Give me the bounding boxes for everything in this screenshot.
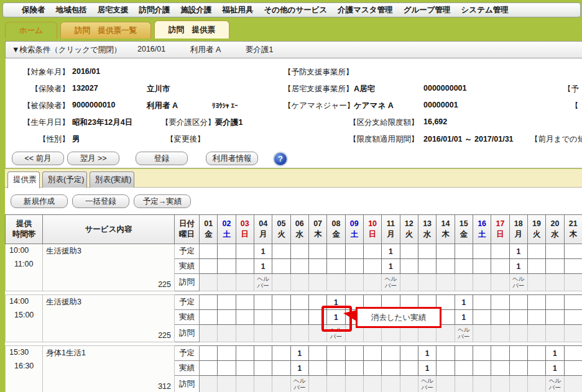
plan-cell-block-2-day-06[interactable]	[290, 295, 308, 310]
actual-cell-block-1-day-09[interactable]	[345, 259, 363, 274]
plan-cell-block-1-day-18[interactable]: 1	[509, 244, 527, 259]
visit-cell-block-3-day-15[interactable]	[455, 376, 473, 392]
plan-cell-block-1-day-05[interactable]	[272, 244, 290, 259]
visit-cell-block-3-day-06[interactable]: ヘルパー	[290, 376, 308, 392]
visit-cell-block-1-day-08[interactable]	[327, 274, 345, 291]
plan-cell-block-3-day-06[interactable]: 1	[290, 346, 308, 361]
actual-cell-block-3-day-19[interactable]	[527, 361, 545, 376]
tab-home[interactable]: ホーム	[5, 22, 57, 39]
plan-cell-block-3-day-10[interactable]	[363, 346, 381, 361]
search-condition-bar[interactable]: ▼検索条件（クリックで開閉） 2016/01 利用者 A 要介護1	[5, 41, 582, 58]
menu-item-4[interactable]: 訪問介護	[139, 5, 170, 16]
actual-cell-block-1-day-01[interactable]	[200, 259, 218, 274]
visit-cell-block-1-day-19[interactable]	[527, 274, 545, 291]
actual-cell-block-2-day-18[interactable]	[509, 310, 527, 325]
visit-cell-block-2-day-05[interactable]	[272, 325, 290, 342]
prev-month-button[interactable]: << 前月	[12, 152, 64, 165]
plan-cell-block-1-day-17[interactable]	[491, 244, 509, 259]
menu-item-6[interactable]: 福祉用具	[223, 5, 254, 16]
visit-cell-block-2-day-16[interactable]	[473, 325, 491, 342]
tab-visit-ticket[interactable]: 訪問 提供票	[154, 21, 229, 39]
actual-cell-block-1-day-16[interactable]	[473, 259, 491, 274]
visit-cell-block-3-day-18[interactable]	[509, 376, 527, 392]
visit-cell-block-1-day-02[interactable]	[218, 274, 236, 291]
visit-cell-block-3-day-03[interactable]	[236, 376, 254, 392]
actual-cell-block-3-day-21[interactable]	[564, 361, 582, 376]
plan-cell-block-3-day-03[interactable]	[236, 346, 254, 361]
visit-cell-block-1-day-05[interactable]	[272, 274, 290, 291]
plan-cell-block-1-day-19[interactable]	[527, 244, 545, 259]
actual-cell-block-3-day-08[interactable]	[327, 361, 345, 376]
plan-cell-block-3-day-02[interactable]	[218, 346, 236, 361]
visit-cell-block-1-day-09[interactable]	[345, 274, 363, 291]
plan-cell-block-1-day-15[interactable]	[455, 244, 473, 259]
actual-cell-block-1-day-07[interactable]	[308, 259, 326, 274]
visit-cell-block-3-day-02[interactable]	[218, 376, 236, 392]
plan-cell-block-3-day-01[interactable]	[200, 346, 218, 361]
plan-cell-block-1-day-20[interactable]	[546, 244, 564, 259]
plan-cell-block-3-day-15[interactable]	[455, 346, 473, 361]
visit-cell-block-3-day-09[interactable]	[345, 376, 363, 392]
plan-cell-block-3-day-05[interactable]	[272, 346, 290, 361]
visit-cell-block-1-day-15[interactable]	[455, 274, 473, 291]
actual-cell-block-1-day-14[interactable]	[436, 259, 455, 274]
plan-cell-block-2-day-04[interactable]	[254, 295, 272, 310]
actual-cell-block-3-day-03[interactable]	[236, 361, 254, 376]
actual-cell-block-2-day-04[interactable]	[254, 310, 272, 325]
actual-cell-block-3-day-14[interactable]	[436, 361, 455, 376]
visit-cell-block-2-day-18[interactable]	[509, 325, 527, 342]
actual-cell-block-3-day-12[interactable]	[400, 361, 418, 376]
visit-cell-block-2-day-02[interactable]	[218, 325, 236, 342]
visit-cell-block-2-day-15[interactable]: ヘルパー	[455, 325, 473, 342]
actual-cell-block-2-day-01[interactable]	[200, 310, 218, 325]
plan-cell-block-3-day-11[interactable]	[382, 346, 400, 361]
plan-cell-block-1-day-09[interactable]	[345, 244, 363, 259]
visit-cell-block-3-day-11[interactable]	[382, 376, 400, 392]
actual-cell-block-2-day-03[interactable]	[236, 310, 254, 325]
plan-cell-block-2-day-15[interactable]: 1	[455, 295, 473, 310]
actual-cell-block-1-day-17[interactable]	[491, 259, 509, 274]
actual-cell-block-3-day-06[interactable]: 1	[290, 361, 308, 376]
actual-cell-block-2-day-05[interactable]	[272, 310, 290, 325]
visit-cell-block-1-day-10[interactable]	[363, 274, 381, 291]
actual-cell-block-1-day-06[interactable]	[290, 259, 308, 274]
actual-cell-block-2-day-16[interactable]	[473, 310, 491, 325]
visit-cell-block-3-day-01[interactable]	[200, 376, 218, 392]
visit-cell-block-3-day-14[interactable]	[436, 376, 455, 392]
actual-cell-block-1-day-21[interactable]	[564, 259, 582, 274]
user-info-button[interactable]: 利用者情報	[206, 152, 258, 165]
actual-cell-block-2-day-02[interactable]	[218, 310, 236, 325]
visit-cell-block-2-day-17[interactable]	[491, 325, 509, 342]
plan-cell-block-3-day-21[interactable]	[564, 346, 582, 361]
visit-cell-block-3-day-04[interactable]	[254, 376, 272, 392]
plan-cell-block-1-day-06[interactable]	[290, 244, 308, 259]
plan-cell-block-1-day-04[interactable]: 1	[254, 244, 272, 259]
visit-cell-block-1-day-16[interactable]	[473, 274, 491, 291]
visit-cell-block-2-day-21[interactable]	[564, 325, 582, 342]
actual-cell-block-3-day-05[interactable]	[272, 361, 290, 376]
subtab-beppyo-jisseki[interactable]: 別表(実績)	[90, 171, 134, 188]
plan-cell-block-2-day-01[interactable]	[200, 295, 218, 310]
actual-cell-block-3-day-16[interactable]	[473, 361, 491, 376]
plan-cell-block-3-day-19[interactable]	[527, 346, 545, 361]
menu-item-10[interactable]: システム管理	[461, 5, 509, 16]
plan-cell-block-1-day-16[interactable]	[473, 244, 491, 259]
visit-cell-block-1-day-04[interactable]: ヘルパー	[254, 274, 272, 291]
visit-cell-block-3-day-16[interactable]	[473, 376, 491, 392]
visit-cell-block-1-day-21[interactable]	[564, 274, 582, 291]
plan-to-actual-button[interactable]: 予定→実績	[134, 194, 191, 208]
actual-cell-block-3-day-09[interactable]	[345, 361, 363, 376]
actual-cell-block-2-day-15[interactable]: 1	[455, 310, 473, 325]
plan-cell-block-3-day-16[interactable]	[473, 346, 491, 361]
actual-cell-block-1-day-11[interactable]: 1	[382, 259, 400, 274]
visit-cell-block-3-day-05[interactable]	[272, 376, 290, 392]
actual-cell-block-1-day-12[interactable]	[400, 259, 418, 274]
visit-cell-block-1-day-20[interactable]	[546, 274, 564, 291]
actual-cell-block-3-day-04[interactable]	[254, 361, 272, 376]
visit-cell-block-2-day-01[interactable]	[200, 325, 218, 342]
visit-cell-block-1-day-11[interactable]: ヘルパー	[382, 274, 400, 291]
visit-cell-block-1-day-14[interactable]	[436, 274, 455, 291]
plan-cell-block-1-day-21[interactable]	[564, 244, 582, 259]
menu-item-8[interactable]: 介護マスタ管理	[338, 5, 392, 16]
visit-cell-block-1-day-17[interactable]	[491, 274, 509, 291]
